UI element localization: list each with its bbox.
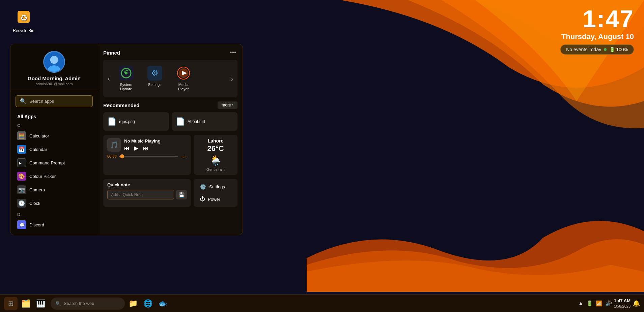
music-info: No Music Playing ⏮ ▶ ⏭ <box>124 138 161 151</box>
time-current: 00:00 <box>107 154 117 158</box>
svg-text:💬: 💬 <box>20 222 25 227</box>
rgos-icon: 📄 <box>107 117 116 126</box>
recycle-bin-icon[interactable]: ♻ Recycle Bin <box>10 7 37 33</box>
play-btn[interactable]: ▶ <box>134 145 138 151</box>
taskbar-search-icon: 🔍 <box>55 301 61 306</box>
command-prompt-label: Command Prompt <box>29 160 65 165</box>
svg-point-3 <box>50 56 58 64</box>
tray-battery-icon[interactable]: 🔋 <box>586 300 593 307</box>
pinned-title: Pinned <box>103 50 120 56</box>
progress-dot <box>120 154 124 158</box>
taskbar-left: ⊞ 🗂️ 🎹 🔍 📁 🌐 🐟 <box>4 297 169 310</box>
taskbar-clock[interactable]: 1:47 AM 10/8/2023 <box>614 298 631 309</box>
section-c: C <box>14 121 94 129</box>
user-profile: Good Morning, Admin admin6901@mail.com <box>10 51 98 91</box>
time-total: --:-- <box>181 154 187 158</box>
about-icon: 📄 <box>176 117 185 126</box>
quick-note-label: Quick note <box>107 182 187 187</box>
app-colour-picker[interactable]: 🎨 Colour Picker <box>14 169 94 183</box>
taskbar-app-files[interactable]: 🗂️ <box>19 297 32 310</box>
next-track-btn[interactable]: ⏭ <box>143 145 148 151</box>
apps-list: C 🧮 Calculator 📅 Calendar ▶ Command Prom… <box>10 121 98 231</box>
recommended-header: Recommended more › <box>103 101 237 109</box>
settings-label: Settings <box>209 184 225 189</box>
taskbar-app-fruity[interactable]: 🎹 <box>34 297 47 310</box>
colour-picker-icon: 🎨 <box>17 172 26 181</box>
taskbar-search-input[interactable] <box>64 301 114 306</box>
media-player-icon <box>176 66 191 81</box>
calculator-label: Calculator <box>29 133 49 138</box>
tray-wifi-icon[interactable]: 📶 <box>596 300 603 307</box>
progress-row: 00:00 --:-- <box>107 154 187 158</box>
pinned-app-media-player[interactable]: Media Player <box>170 63 197 94</box>
pinned-prev-btn[interactable]: ‹ <box>105 73 113 84</box>
colour-picker-label: Colour Picker <box>29 174 56 179</box>
power-icon: ⏻ <box>200 196 205 202</box>
svg-text:♻: ♻ <box>20 13 28 23</box>
system-tray: ▲ 🔋 📶 🔊 <box>578 300 612 307</box>
recycle-bin-image: ♻ <box>13 7 34 27</box>
pinned-app-settings[interactable]: ⚙ Settings <box>141 63 168 94</box>
weather-temp: 26°C <box>207 144 224 153</box>
camera-label: Camera <box>29 187 45 192</box>
bottom-widgets-row: Quick note 💾 ⚙️ Settings ⏻ Power <box>103 179 237 207</box>
app-camera[interactable]: 📷 Camera <box>14 183 94 196</box>
section-d: D <box>14 210 94 218</box>
settings-icon: ⚙️ <box>200 184 206 190</box>
app-command-prompt[interactable]: ▶ Command Prompt <box>14 156 94 169</box>
rec-item-about[interactable]: 📄 About.md <box>172 112 237 131</box>
rgos-label: rgos.png <box>119 119 135 124</box>
apps-list-wrapper: C 🧮 Calculator 📅 Calendar ▶ Command Prom… <box>10 121 98 231</box>
weather-desc: Gentle rain <box>206 167 225 171</box>
pinned-apps-row: System Update ⚙ Settings <box>113 63 228 94</box>
prev-track-btn[interactable]: ⏮ <box>124 145 130 151</box>
system-update-icon <box>119 66 134 81</box>
pinned-app-system-update[interactable]: System Update <box>113 63 140 94</box>
pinned-grid: ‹ System Update <box>103 60 237 97</box>
tray-volume-icon[interactable]: 🔊 <box>605 300 612 307</box>
app-calendar[interactable]: 📅 Calendar <box>14 143 94 156</box>
save-note-btn[interactable]: 💾 <box>176 190 187 199</box>
recommended-section: Recommended more › 📄 rgos.png 📄 About.md <box>103 101 237 131</box>
recommended-more-btn[interactable]: more › <box>218 101 237 109</box>
taskbar-app-file-manager[interactable]: 📁 <box>126 297 140 310</box>
calendar-icon: 📅 <box>17 145 26 154</box>
taskbar-date: 10/8/2023 <box>614 304 631 309</box>
tray-chevron-icon[interactable]: ▲ <box>578 300 584 306</box>
rec-item-rgos[interactable]: 📄 rgos.png <box>103 112 169 131</box>
clock-label: Clock <box>29 201 40 206</box>
app-calculator[interactable]: 🧮 Calculator <box>14 129 94 143</box>
search-apps-input[interactable] <box>29 99 88 104</box>
user-avatar[interactable] <box>43 51 65 73</box>
notification-bell-icon[interactable]: 🔔 <box>633 300 640 307</box>
settings-btn[interactable]: ⚙️ Settings <box>197 182 234 192</box>
app-discord[interactable]: 💬 Discord <box>14 218 94 231</box>
music-widget: 🎵 No Music Playing ⏮ ▶ ⏭ 00:00 <box>103 135 191 175</box>
pinned-more-options[interactable]: ••• <box>228 49 237 56</box>
progress-bar[interactable] <box>119 156 178 157</box>
start-button[interactable]: ⊞ <box>4 297 18 310</box>
taskbar-app-browser2[interactable]: 🐟 <box>156 297 169 310</box>
weather-city: Lahore <box>208 138 224 144</box>
app-clock[interactable]: 🕐 Clock <box>14 196 94 210</box>
power-btn[interactable]: ⏻ Power <box>197 194 234 204</box>
pinned-settings-label: Settings <box>148 83 162 87</box>
discord-label: Discord <box>29 222 44 227</box>
taskbar-search-box[interactable]: 🔍 <box>51 298 125 310</box>
events-bar[interactable]: No events Today 🔋 100% <box>560 44 634 55</box>
pinned-header: Pinned ••• <box>103 49 237 56</box>
pinned-section: Pinned ••• ‹ <box>103 49 237 97</box>
quick-note-input[interactable] <box>107 190 174 199</box>
svg-text:⚙: ⚙ <box>151 68 159 77</box>
camera-icon: 📷 <box>17 185 26 194</box>
about-label: About.md <box>188 119 205 124</box>
settings-power-widget: ⚙️ Settings ⏻ Power <box>194 179 237 207</box>
pinned-next-btn[interactable]: › <box>228 73 236 84</box>
start-main-panel: Pinned ••• ‹ <box>98 44 243 235</box>
search-apps-container[interactable]: 🔍 <box>16 95 93 107</box>
wave-bottom-right <box>307 197 644 292</box>
all-apps-label: All Apps <box>10 111 98 121</box>
taskbar-app-edge[interactable]: 🌐 <box>141 297 155 310</box>
quick-note-input-row: 💾 <box>107 190 187 199</box>
track-name: No Music Playing <box>124 138 161 144</box>
